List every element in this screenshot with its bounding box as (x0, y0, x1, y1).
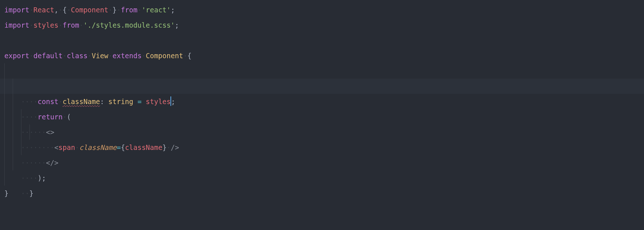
keyword-from: from (63, 21, 79, 29)
keyword-from: from (121, 6, 137, 14)
whitespace-dot: · (59, 21, 63, 29)
keyword-default: default (33, 52, 63, 60)
code-line[interactable]: ····); (0, 155, 644, 170)
whitespace-dot: · (29, 6, 33, 14)
whitespace-dot: · (63, 52, 67, 60)
class-name-component: Component (146, 52, 183, 60)
keyword-export: export (4, 52, 29, 60)
whitespace-dot: · (183, 52, 187, 60)
keyword-class: class (67, 52, 88, 60)
code-line[interactable]: export·default·class·View·extends·Compon… (0, 48, 644, 63)
semicolon: ; (175, 21, 179, 29)
whitespace-dot: · (108, 52, 112, 60)
code-line[interactable]: ······</> (0, 140, 644, 155)
code-line[interactable]: } (0, 186, 644, 201)
code-line[interactable]: ····return·( (0, 94, 644, 109)
identifier-react: React (33, 6, 54, 14)
whitespace-dot: · (88, 52, 92, 60)
whitespace-dot: · (67, 6, 71, 14)
brace-close: } (113, 6, 117, 14)
whitespace-dot: · (29, 52, 33, 60)
brace-open: { (63, 6, 67, 14)
identifier-component: Component (71, 6, 108, 14)
semicolon: ; (171, 6, 175, 14)
identifier-styles: styles (33, 21, 59, 29)
whitespace-dot: · (117, 6, 121, 14)
string-styles-path: './styles.module.scss' (83, 21, 175, 29)
keyword-extends: extends (113, 52, 142, 60)
keyword-import: import (4, 21, 29, 29)
class-name-view: View (92, 52, 108, 60)
code-line-blank[interactable] (0, 33, 644, 48)
whitespace-dot: · (59, 6, 63, 14)
comma: , (54, 6, 58, 14)
code-line[interactable]: ··} (0, 170, 644, 186)
code-line[interactable]: ········<span·className={className}·/> (0, 124, 644, 140)
string-react: 'react' (142, 6, 171, 14)
whitespace-dot: · (79, 21, 83, 29)
code-line-active[interactable]: ····const·className: string = styles; (0, 79, 644, 94)
whitespace-dot: · (137, 6, 141, 14)
whitespace-dot: · (29, 21, 33, 29)
keyword-import: import (4, 6, 29, 14)
whitespace-dot: · (108, 6, 112, 14)
code-line[interactable]: import·React,·{·Component·}·from·'react'… (0, 2, 644, 17)
code-line[interactable]: ··render·()·{ (0, 63, 644, 79)
brace-close: } (4, 189, 8, 197)
code-line[interactable]: import·styles·from·'./styles.module.scss… (0, 17, 644, 33)
brace-open: { (187, 52, 191, 60)
code-editor[interactable]: import·React,·{·Component·}·from·'react'… (0, 0, 644, 230)
whitespace-dot: · (142, 52, 146, 60)
code-line[interactable]: ······<> (0, 109, 644, 124)
